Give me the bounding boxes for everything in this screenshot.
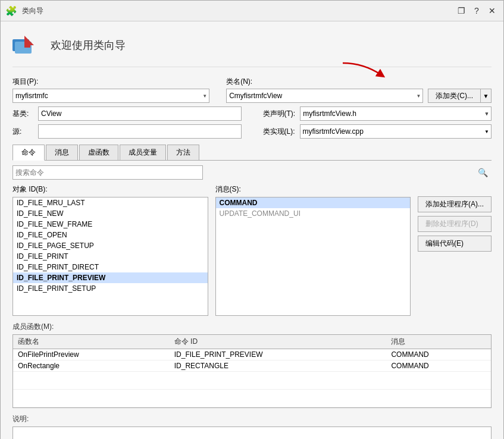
members-label: 成员函数(M): bbox=[12, 322, 492, 332]
cell-commandid: ID_FILE_PRINT_PREVIEW bbox=[170, 349, 387, 360]
cell-message: COMMAND bbox=[386, 349, 491, 360]
classname-group: 类名(N): CmyfisrtmfcView bbox=[226, 77, 423, 103]
help-button[interactable]: ? bbox=[470, 4, 483, 17]
wizard-title: 欢迎使用类向导 bbox=[51, 38, 126, 52]
table-row-empty bbox=[13, 390, 491, 407]
tab-command[interactable]: 命令 bbox=[12, 145, 45, 161]
declaration-select[interactable]: myfisrtmfcView.h bbox=[300, 106, 492, 121]
project-group: 项目(P): myfisrtmfc bbox=[12, 77, 209, 103]
table-row[interactable]: OnRectangle ID_RECTANGLE COMMAND bbox=[13, 360, 491, 372]
description-content bbox=[12, 427, 492, 439]
col-header-commandid: 命令 ID bbox=[170, 335, 387, 349]
implementation-select[interactable]: myfisrtmfcView.cpp bbox=[300, 124, 492, 139]
wizard-svg-icon bbox=[12, 31, 41, 59]
source-label: 源: bbox=[12, 127, 33, 137]
add-class-split-button[interactable]: ▼ bbox=[481, 89, 492, 103]
tab-method[interactable]: 方法 bbox=[167, 145, 199, 160]
add-class-button[interactable]: 添加类(C)... bbox=[428, 89, 481, 103]
classname-select[interactable]: CmyfisrtmfcView bbox=[226, 89, 423, 103]
svg-rect-3 bbox=[24, 43, 30, 48]
list-item-selected[interactable]: ID_FILE_PRINT_PREVIEW bbox=[13, 272, 208, 283]
main-window: 🧩 类向导 ❐ ? ✕ 欢迎使用类向导 bbox=[0, 0, 504, 439]
col-header-funcname: 函数名 bbox=[13, 335, 170, 349]
list-item[interactable]: ID_FILE_OPEN bbox=[13, 230, 208, 240]
object-id-panel: 对象 ID(B): ID_FILE_MRU_LAST ID_FILE_NEW I… bbox=[12, 184, 208, 316]
tab-message[interactable]: 消息 bbox=[46, 145, 78, 160]
close-button[interactable]: ✕ bbox=[486, 4, 499, 17]
list-item[interactable]: ID_FILE_MRU_LAST bbox=[13, 197, 208, 208]
messages-panel: 消息(S): COMMAND UPDATE_COMMAND_UI bbox=[215, 184, 411, 316]
title-bar-icon: 🧩 bbox=[5, 5, 17, 17]
project-label: 项目(P): bbox=[12, 77, 209, 87]
title-bar-left: 🧩 类向导 bbox=[5, 5, 43, 17]
object-id-label: 对象 ID(B): bbox=[12, 184, 208, 195]
members-table-wrapper: 函数名 命令 ID 消息 OnFilePrintPreview ID_FILE_… bbox=[12, 334, 492, 408]
tab-member-var[interactable]: 成员变量 bbox=[120, 145, 166, 160]
description-label: 说明: bbox=[12, 414, 492, 424]
project-select[interactable]: myfisrtmfc bbox=[12, 89, 209, 103]
list-item[interactable]: ID_FILE_PRINT_DIRECT bbox=[13, 262, 208, 272]
declaration-label: 类声明(T): bbox=[263, 109, 296, 119]
cell-funcname: OnRectangle bbox=[13, 360, 170, 372]
source-input[interactable] bbox=[38, 124, 242, 139]
right-buttons: 添加处理程序(A)... 删除处理程序(D) 编辑代码(E) bbox=[418, 184, 492, 316]
description-section: 说明: bbox=[12, 414, 492, 439]
main-panels: 对象 ID(B): ID_FILE_MRU_LAST ID_FILE_NEW I… bbox=[12, 184, 492, 316]
header-section: 欢迎使用类向导 bbox=[12, 31, 492, 67]
list-item[interactable]: ID_FILE_NEW bbox=[13, 208, 208, 219]
edit-code-button[interactable]: 编辑代码(E) bbox=[418, 236, 492, 252]
title-bar: 🧩 类向导 ❐ ? ✕ bbox=[1, 1, 503, 21]
messages-label: 消息(S): bbox=[215, 184, 411, 195]
col-header-message: 消息 bbox=[386, 335, 491, 349]
search-icon: 🔍 bbox=[478, 168, 488, 177]
source-row: 源: bbox=[12, 124, 242, 139]
cell-message: COMMAND bbox=[386, 360, 491, 372]
list-item[interactable]: ID_FILE_PRINT bbox=[13, 251, 208, 262]
wizard-icon bbox=[12, 31, 41, 59]
content-area: 欢迎使用类向导 项目(P): myfisrtmfc 类名(N): Cmyfisr… bbox=[1, 21, 503, 439]
members-section: 成员函数(M): 函数名 命令 ID 消息 OnFilePrintPreview… bbox=[12, 322, 492, 408]
message-item-command[interactable]: COMMAND bbox=[216, 197, 411, 208]
add-class-buttons: 添加类(C)... ▼ bbox=[428, 89, 492, 103]
tab-virtual[interactable]: 虚函数 bbox=[79, 145, 118, 160]
add-handler-button[interactable]: 添加处理程序(A)... bbox=[418, 196, 492, 212]
declaration-row: 类声明(T): myfisrtmfcView.h ▼ bbox=[263, 106, 492, 121]
base-row: 基类: bbox=[12, 106, 242, 121]
tabs-bar: 命令 消息 虚函数 成员变量 方法 bbox=[12, 145, 492, 161]
base-input[interactable] bbox=[38, 106, 242, 121]
cell-funcname: OnFilePrintPreview bbox=[13, 349, 170, 360]
delete-handler-button[interactable]: 删除处理程序(D) bbox=[418, 216, 492, 232]
title-bar-buttons: ❐ ? ✕ bbox=[455, 4, 499, 17]
restore-button[interactable]: ❐ bbox=[455, 4, 468, 17]
base-label: 基类: bbox=[12, 109, 33, 119]
object-id-list[interactable]: ID_FILE_MRU_LAST ID_FILE_NEW ID_FILE_NEW… bbox=[12, 197, 208, 316]
messages-list[interactable]: COMMAND UPDATE_COMMAND_UI bbox=[215, 197, 411, 316]
table-row[interactable]: OnFilePrintPreview ID_FILE_PRINT_PREVIEW… bbox=[13, 349, 491, 360]
message-item-update[interactable]: UPDATE_COMMAND_UI bbox=[216, 208, 411, 219]
search-input[interactable] bbox=[12, 165, 203, 180]
implementation-row: 类实现(L): myfisrtmfcView.cpp ▼ bbox=[263, 124, 492, 139]
table-row-empty bbox=[13, 372, 491, 390]
classname-label: 类名(N): bbox=[226, 77, 423, 87]
list-item[interactable]: ID_FILE_PAGE_SETUP bbox=[13, 240, 208, 251]
search-row: 🔍 bbox=[12, 165, 492, 180]
members-table: 函数名 命令 ID 消息 OnFilePrintPreview ID_FILE_… bbox=[13, 335, 491, 407]
implementation-label: 类实现(L): bbox=[263, 127, 295, 137]
title-bar-text: 类向导 bbox=[22, 6, 43, 16]
cell-commandid: ID_RECTANGLE bbox=[170, 360, 387, 372]
list-item[interactable]: ID_FILE_PRINT_SETUP bbox=[13, 283, 208, 294]
list-item[interactable]: ID_FILE_NEW_FRAME bbox=[13, 219, 208, 230]
